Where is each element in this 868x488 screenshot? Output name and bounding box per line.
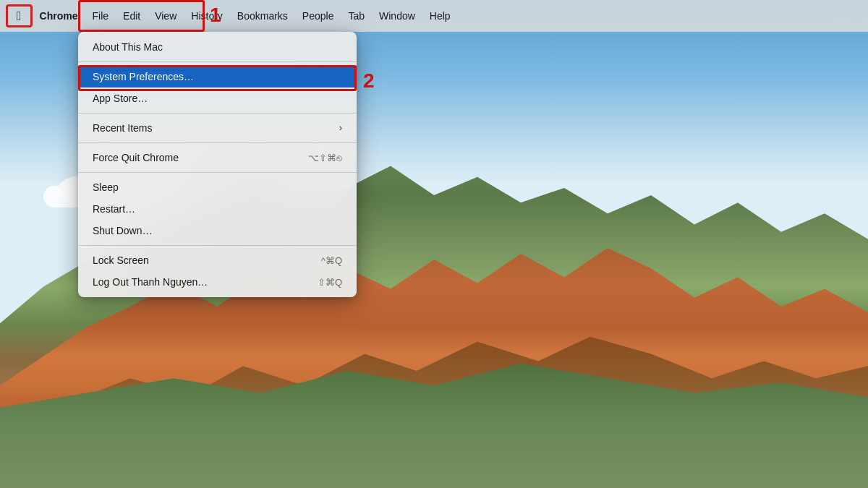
force-quit-shortcut: ⌥⇧⌘⎋ bbox=[308, 153, 342, 163]
menubar-people[interactable]: People bbox=[295, 4, 341, 27]
menubar-file[interactable]: File bbox=[85, 4, 116, 27]
system-preferences-label: System Preferences… bbox=[93, 71, 194, 82]
menubar-view[interactable]: View bbox=[148, 4, 184, 27]
menu-log-out[interactable]: Log Out Thanh Nguyen… ⇧⌘Q bbox=[78, 271, 357, 293]
separator-4 bbox=[78, 172, 357, 173]
menu-system-preferences[interactable]: System Preferences… bbox=[78, 66, 357, 87]
menubar-chrome[interactable]: Chrome bbox=[33, 4, 85, 27]
log-out-shortcut: ⇧⌘Q bbox=[318, 277, 342, 288]
apple-menu-button[interactable]:  bbox=[6, 4, 33, 27]
menu-force-quit[interactable]: Force Quit Chrome ⌥⇧⌘⎋ bbox=[78, 147, 357, 168]
menubar:  Chrome File Edit View History Bookmark… bbox=[0, 0, 868, 32]
force-quit-label: Force Quit Chrome bbox=[93, 152, 179, 163]
separator-5 bbox=[78, 245, 357, 246]
separator-1 bbox=[78, 61, 357, 62]
menubar-history[interactable]: History bbox=[184, 4, 230, 27]
menu-restart[interactable]: Restart… bbox=[78, 198, 357, 220]
menubar-window[interactable]: Window bbox=[372, 4, 422, 27]
separator-2 bbox=[78, 113, 357, 114]
lock-screen-shortcut: ^⌘Q bbox=[321, 255, 342, 266]
sleep-label: Sleep bbox=[93, 181, 119, 193]
menu-sleep[interactable]: Sleep bbox=[78, 176, 357, 198]
about-this-mac-label: About This Mac bbox=[93, 41, 163, 53]
menubar-help[interactable]: Help bbox=[422, 4, 458, 27]
menubar-tab[interactable]: Tab bbox=[341, 4, 372, 27]
menubar-edit[interactable]: Edit bbox=[116, 4, 148, 27]
menubar-bookmarks[interactable]: Bookmarks bbox=[230, 4, 295, 27]
menu-about-this-mac[interactable]: About This Mac bbox=[78, 36, 357, 58]
apple-dropdown-menu: About This Mac System Preferences… App S… bbox=[78, 32, 357, 297]
menu-recent-items[interactable]: Recent Items › bbox=[78, 117, 357, 139]
menu-app-store[interactable]: App Store… bbox=[78, 87, 357, 109]
recent-items-arrow-icon: › bbox=[339, 123, 342, 133]
recent-items-label: Recent Items bbox=[93, 122, 152, 134]
log-out-label: Log Out Thanh Nguyen… bbox=[93, 276, 208, 288]
app-store-label: App Store… bbox=[93, 93, 148, 104]
restart-label: Restart… bbox=[93, 203, 135, 215]
menu-lock-screen[interactable]: Lock Screen ^⌘Q bbox=[78, 249, 357, 271]
menu-shut-down[interactable]: Shut Down… bbox=[78, 220, 357, 241]
separator-3 bbox=[78, 142, 357, 143]
lock-screen-label: Lock Screen bbox=[93, 254, 149, 266]
shut-down-label: Shut Down… bbox=[93, 225, 152, 236]
